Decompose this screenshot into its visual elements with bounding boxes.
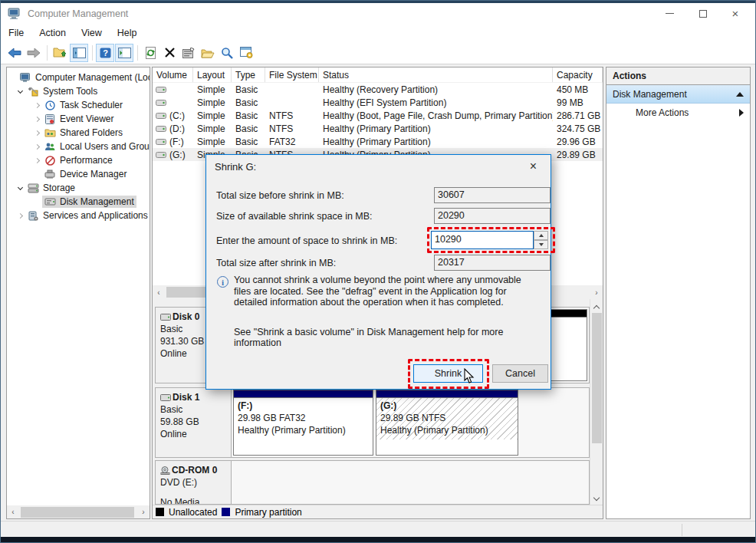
computer-icon xyxy=(19,72,31,83)
back-icon[interactable] xyxy=(5,44,24,62)
table-row[interactable]: (D:) Simple Basic NTFS Healthy (Primary … xyxy=(153,122,603,135)
menu-bar: File Action View Help xyxy=(1,24,755,41)
maximize-button[interactable] xyxy=(688,3,718,24)
tree-item-system-tools[interactable]: System Tools xyxy=(7,84,150,98)
minimize-button[interactable] xyxy=(654,3,685,24)
tree-item-computer-management[interactable]: Computer Management (Local xyxy=(7,71,150,84)
show-hide-icon[interactable] xyxy=(115,44,133,62)
actions-pane: Actions Disk Management More Actions xyxy=(606,67,751,519)
forward-icon[interactable] xyxy=(25,44,43,62)
chevron-right-icon[interactable] xyxy=(30,117,44,121)
chevron-right-icon[interactable] xyxy=(30,104,44,107)
disk-icon xyxy=(160,314,171,321)
close-button[interactable]: × xyxy=(720,3,751,24)
scrollbar-thumb[interactable] xyxy=(21,507,134,518)
tree-item-label: System Tools xyxy=(43,86,97,97)
column-volume[interactable]: Volume xyxy=(153,67,193,82)
column-file-system[interactable]: File System xyxy=(265,67,319,82)
more-actions-item[interactable]: More Actions xyxy=(606,104,750,122)
shrink-amount-input[interactable]: 10290 xyxy=(431,231,534,249)
tree-item-storage[interactable]: Storage xyxy=(7,181,150,195)
tree-item-device-manager[interactable]: Device Manager xyxy=(7,167,150,181)
menu-file[interactable]: File xyxy=(1,25,31,41)
chevron-right-icon[interactable] xyxy=(13,214,27,218)
menu-view[interactable]: View xyxy=(74,25,110,41)
scroll-left-icon[interactable]: ‹ xyxy=(153,288,165,297)
volume-icon xyxy=(156,152,166,158)
disk1-label[interactable]: Disk 1 Basic 59.88 GB Online xyxy=(155,387,232,458)
spinner-up-icon[interactable] xyxy=(534,231,548,240)
dialog-close-icon[interactable]: × xyxy=(516,155,551,178)
collapse-icon[interactable] xyxy=(736,92,744,97)
scroll-right-icon[interactable]: › xyxy=(137,508,150,516)
device-manager-icon xyxy=(44,169,56,179)
partition-f[interactable]: (F:) 29.98 GB FAT32 Healthy (Primary Par… xyxy=(233,390,373,456)
console-tree-icon[interactable] xyxy=(70,44,88,62)
tree-item-label: Storage xyxy=(43,183,75,193)
tree-item-label: Disk Management xyxy=(60,196,134,207)
chevron-down-icon[interactable] xyxy=(13,90,27,93)
unallocated-swatch xyxy=(156,508,164,516)
primary-partition-swatch xyxy=(222,508,230,516)
refresh-icon[interactable] xyxy=(141,44,159,62)
tree-item-disk-management[interactable]: Disk Management xyxy=(7,195,150,209)
tree-item-event-viewer[interactable]: Event Viewer xyxy=(7,112,150,126)
tree-item-services-and-applications[interactable]: Services and Applications xyxy=(7,209,150,222)
column-status[interactable]: Status xyxy=(319,67,553,82)
spinner-down-icon[interactable] xyxy=(534,240,548,249)
field-label-available: Size of available shrink space in MB: xyxy=(216,211,373,222)
cdrom-label[interactable]: CD-ROM 0 DVD (E:) No Media xyxy=(155,460,232,505)
tree-item-shared-folders[interactable]: Shared Folders xyxy=(7,126,150,140)
help-icon[interactable]: ? xyxy=(96,44,114,62)
menu-help[interactable]: Help xyxy=(110,25,145,41)
disk-management-icon xyxy=(44,196,56,207)
scroll-left-icon[interactable]: ‹ xyxy=(7,508,19,516)
chevron-down-icon[interactable] xyxy=(13,187,27,189)
tree-item-performance[interactable]: Performance xyxy=(7,153,150,167)
cdrom-row: CD-ROM 0 DVD (E:) No Media xyxy=(155,460,590,505)
scrollbar-thumb[interactable] xyxy=(592,313,602,443)
chevron-right-icon[interactable] xyxy=(30,131,44,135)
open-folder-icon[interactable] xyxy=(199,44,217,62)
scroll-right-icon[interactable]: › xyxy=(590,288,603,297)
volume-icon xyxy=(156,139,166,145)
tree-item-label: Event Viewer xyxy=(60,114,113,124)
toolbar-separator xyxy=(137,45,138,61)
tree-item-label: Task Scheduler xyxy=(60,100,123,110)
cancel-button[interactable]: Cancel xyxy=(492,364,548,383)
legend-unallocated-label: Unallocated xyxy=(169,507,217,518)
services-icon xyxy=(27,210,39,221)
column-type[interactable]: Type xyxy=(232,67,265,82)
scroll-down-icon[interactable] xyxy=(590,492,603,505)
graphical-view-scrollbar[interactable] xyxy=(590,299,603,506)
toolbar-separator xyxy=(47,45,48,61)
delete-icon[interactable] xyxy=(160,44,179,62)
cdrom-media-area xyxy=(232,460,590,505)
up-level-icon[interactable] xyxy=(51,44,69,62)
scroll-up-icon[interactable] xyxy=(590,301,603,313)
chevron-right-icon[interactable] xyxy=(30,159,44,163)
table-row[interactable]: (F:) Simple Basic FAT32 Healthy (Primary… xyxy=(153,135,603,148)
search-icon[interactable] xyxy=(218,44,236,62)
tree-horizontal-scrollbar[interactable]: ‹ › xyxy=(7,505,150,518)
tree-item-task-scheduler[interactable]: Task Scheduler xyxy=(7,98,150,112)
properties-icon[interactable] xyxy=(179,44,198,62)
column-capacity[interactable]: Capacity xyxy=(553,67,603,82)
computer-management-window: Computer Management × File Action View H… xyxy=(0,0,756,543)
table-row[interactable]: Simple Basic Healthy (Recovery Partition… xyxy=(153,83,603,96)
volume-list-header: Volume Layout Type File System Status Ca… xyxy=(153,67,603,83)
menu-action[interactable]: Action xyxy=(31,25,74,41)
title-bar: Computer Management × xyxy=(1,3,755,24)
primary-partition-strip xyxy=(234,390,373,398)
actions-group-disk-management[interactable]: Disk Management xyxy=(606,85,750,104)
column-layout[interactable]: Layout xyxy=(193,67,232,82)
field-value-before: 30607 xyxy=(434,187,551,203)
manage-extension-icon[interactable] xyxy=(237,44,255,62)
chevron-right-icon[interactable] xyxy=(30,145,44,149)
table-row[interactable]: (C:) Simple Basic NTFS Healthy (Boot, Pa… xyxy=(153,109,603,122)
partition-g-selected[interactable]: (G:) 29.89 GB NTFS Healthy (Primary Part… xyxy=(376,390,518,456)
volume-icon xyxy=(156,126,166,132)
table-row[interactable]: Simple Basic Healthy (EFI System Partiti… xyxy=(153,96,603,109)
tree-item-local-users-and-groups[interactable]: Local Users and Groups xyxy=(7,140,150,153)
shrink-amount-stepper[interactable] xyxy=(534,231,548,249)
